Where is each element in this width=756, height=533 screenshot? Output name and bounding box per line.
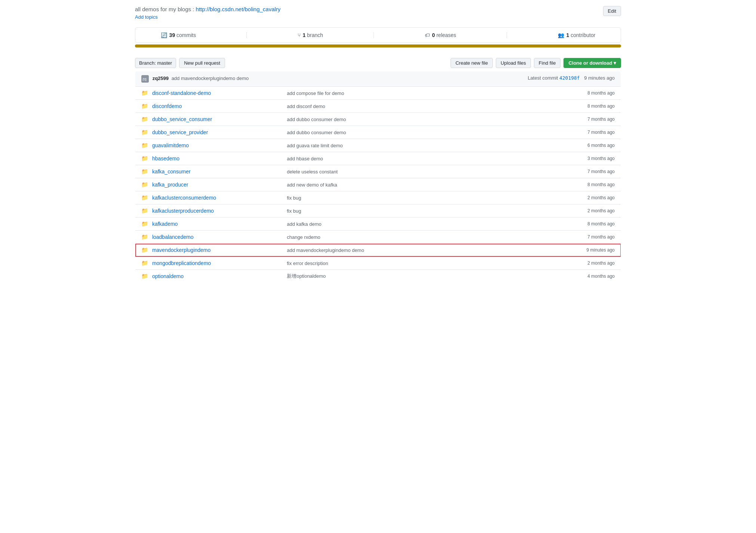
description-link[interactable]: http://blog.csdn.net/boling_cavalry <box>196 6 281 12</box>
branch-selector[interactable]: Branch: master <box>135 58 176 68</box>
file-name-cell: 📁 dubbo_service_provider <box>135 126 281 139</box>
file-link[interactable]: mavendockerplugindemo <box>152 247 210 253</box>
file-link[interactable]: dubbo_service_consumer <box>152 116 212 122</box>
file-name-cell: 📁 optionaldemo <box>135 270 281 283</box>
contributors-icon: 👥 <box>558 32 564 38</box>
branch-icon: ⑂ <box>298 32 301 38</box>
clone-or-download-button[interactable]: Clone or download ▾ <box>563 58 621 68</box>
folder-icon: 📁 <box>141 129 148 135</box>
file-time: 2 months ago <box>524 257 621 270</box>
file-name-cell: 📁 kafka_consumer <box>135 165 281 178</box>
file-name-cell: 📁 dubbo_service_consumer <box>135 113 281 126</box>
branch-count[interactable]: 1 <box>303 32 306 38</box>
file-name-cell: 📁 kafkademo <box>135 218 281 231</box>
folder-icon: 📁 <box>141 168 148 175</box>
file-commit-msg: add new demo of kafka <box>281 178 524 191</box>
file-link[interactable]: dubbo_service_provider <box>152 129 208 135</box>
folder-icon: 📁 <box>141 155 148 161</box>
commits-icon: 🔄 <box>161 32 167 38</box>
contributors-stat[interactable]: 👥 1 contributor <box>558 32 596 38</box>
table-row: 📁 mongodbreplicationdemo fix error descr… <box>135 257 621 270</box>
table-row: 📁 kafkaclusterconsumerdemo fix bug 2 mon… <box>135 191 621 204</box>
table-row: 📁 kafkademo add kafka demo 8 months ago <box>135 218 621 231</box>
table-row: 📁 disconfdemo add disconf demo 8 months … <box>135 100 621 113</box>
file-commit-msg: delete useless constant <box>281 165 524 178</box>
file-time: 7 months ago <box>524 231 621 244</box>
table-row: 📁 disconf-standalone-demo add compose fi… <box>135 87 621 100</box>
file-time: 8 months ago <box>524 87 621 100</box>
file-commit-msg: fix bug <box>281 191 524 204</box>
commit-header-row: zq zq2599 add mavendockerplugindemo demo… <box>135 71 621 87</box>
file-link[interactable]: mongodbreplicationdemo <box>152 260 211 266</box>
file-commit-msg: fix bug <box>281 204 524 218</box>
file-link[interactable]: guavalimitdemo <box>152 142 189 148</box>
contributors-label: contributor <box>571 32 595 38</box>
commits-count[interactable]: 39 <box>169 32 175 38</box>
file-time: 2 months ago <box>524 204 621 218</box>
create-new-file-button[interactable]: Create new file <box>451 58 493 68</box>
file-commit-msg: add mavendockerplugindemo demo <box>281 244 524 257</box>
add-topics-link[interactable]: Add topics <box>135 14 158 20</box>
file-time: 8 months ago <box>524 218 621 231</box>
table-row: 📁 optionaldemo 新增optionaldemo 4 months a… <box>135 270 621 283</box>
table-row: 📁 mavendockerplugindemo add mavendockerp… <box>135 244 621 257</box>
file-time: 4 months ago <box>524 270 621 283</box>
file-link[interactable]: disconfdemo <box>152 103 182 109</box>
file-link[interactable]: kafka_producer <box>152 182 188 188</box>
file-link[interactable]: kafkaclusterproducerdemo <box>152 208 214 214</box>
folder-icon: 📁 <box>141 260 148 266</box>
upload-files-button[interactable]: Upload files <box>496 58 531 68</box>
file-name-cell: 📁 kafkaclusterconsumerdemo <box>135 191 281 204</box>
file-time: 7 months ago <box>524 165 621 178</box>
svg-text:zq: zq <box>142 77 147 81</box>
file-table: zq zq2599 add mavendockerplugindemo demo… <box>135 71 621 283</box>
edit-button[interactable]: Edit <box>603 6 621 16</box>
description-text: all demos for my blogs : <box>135 6 196 12</box>
commit-hash[interactable]: 420198f <box>559 75 580 81</box>
file-link[interactable]: kafkademo <box>152 221 178 227</box>
file-name-cell: 📁 mavendockerplugindemo <box>135 244 281 257</box>
folder-icon: 📁 <box>141 273 148 279</box>
releases-stat[interactable]: 🏷 0 releases <box>425 32 457 38</box>
file-commit-msg: fix error description <box>281 257 524 270</box>
file-time: 8 months ago <box>524 178 621 191</box>
file-commit-msg: 新增optionaldemo <box>281 270 524 283</box>
commit-time: 9 minutes ago <box>584 75 615 81</box>
file-name-cell: 📁 disconfdemo <box>135 100 281 113</box>
file-link[interactable]: disconf-standalone-demo <box>152 90 211 96</box>
branches-stat[interactable]: ⑂ 1 branch <box>298 32 323 38</box>
file-commit-msg: add dubbo consumer demo <box>281 113 524 126</box>
file-time: 7 months ago <box>524 113 621 126</box>
file-name-cell: 📁 guavalimitdemo <box>135 139 281 152</box>
new-pull-request-button[interactable]: New pull request <box>179 58 225 68</box>
file-time: 9 minutes ago <box>524 244 621 257</box>
avatar: zq <box>141 75 149 83</box>
file-link[interactable]: loadbalancedemo <box>152 234 194 240</box>
file-link[interactable]: kafka_consumer <box>152 169 191 175</box>
folder-icon: 📁 <box>141 103 148 109</box>
commit-username[interactable]: zq2599 <box>153 76 169 81</box>
latest-commit-prefix: Latest commit <box>528 75 559 81</box>
repo-description: all demos for my blogs : http://blog.csd… <box>135 6 280 12</box>
table-row: 📁 hbasedemo add hbase demo 3 months ago <box>135 152 621 165</box>
table-row: 📁 kafkaclusterproducerdemo fix bug 2 mon… <box>135 204 621 218</box>
commits-label: commits <box>176 32 196 38</box>
folder-icon: 📁 <box>141 181 148 188</box>
file-time: 3 months ago <box>524 152 621 165</box>
file-time: 6 months ago <box>524 139 621 152</box>
file-link[interactable]: hbasedemo <box>152 155 179 161</box>
file-name-cell: 📁 hbasedemo <box>135 152 281 165</box>
contributors-count[interactable]: 1 <box>566 32 569 38</box>
folder-icon: 📁 <box>141 207 148 214</box>
file-name-cell: 📁 mongodbreplicationdemo <box>135 257 281 270</box>
tag-icon: 🏷 <box>425 32 430 38</box>
releases-count[interactable]: 0 <box>432 32 435 38</box>
file-link[interactable]: optionaldemo <box>152 273 184 279</box>
file-commit-msg: add kafka demo <box>281 218 524 231</box>
commits-stat[interactable]: 🔄 39 commits <box>161 32 196 38</box>
find-file-button[interactable]: Find file <box>534 58 561 68</box>
folder-icon: 📁 <box>141 234 148 240</box>
file-link[interactable]: kafkaclusterconsumerdemo <box>152 195 216 201</box>
language-bar <box>135 44 621 47</box>
table-row: 📁 kafka_producer add new demo of kafka 8… <box>135 178 621 191</box>
